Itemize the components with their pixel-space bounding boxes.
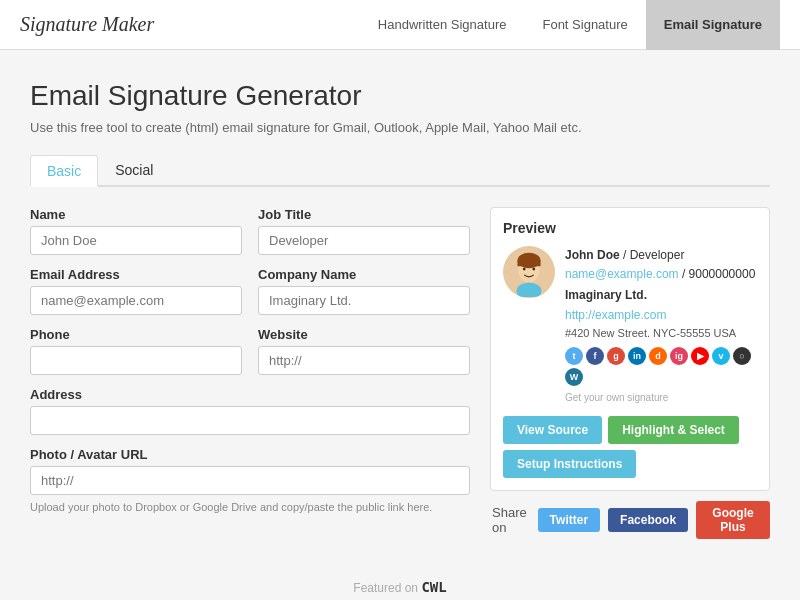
preview-content: John Doe / Developer name@example.com / … [503,246,757,406]
social-icon-wordpress[interactable]: W [565,368,583,386]
main-content: Email Signature Generator Use this free … [0,50,800,559]
content-row: Name Job Title Email Address Company Nam… [30,207,770,539]
tab-basic[interactable]: Basic [30,155,98,187]
photo-input[interactable] [30,466,470,495]
setup-instructions-button[interactable]: Setup Instructions [503,450,636,478]
main-nav: Handwritten Signature Font Signature Ema… [360,0,780,50]
field-jobtitle: Job Title [258,207,470,255]
social-icon-google[interactable]: g [607,347,625,365]
name-label: Name [30,207,242,222]
preview-website-link[interactable]: http://example.com [565,308,666,322]
share-facebook-button[interactable]: Facebook [608,508,688,532]
social-icon-instagram[interactable]: ig [670,347,688,365]
page-subtitle: Use this free tool to create (html) emai… [30,120,770,135]
email-input[interactable] [30,286,242,315]
field-website: Website [258,327,470,375]
preview-avatar [503,246,555,298]
preview-address: #420 New Street. NYC-55555 USA [565,325,757,343]
field-email: Email Address [30,267,242,315]
nav-email[interactable]: Email Signature [646,0,780,50]
header: Signature Maker Handwritten Signature Fo… [0,0,800,50]
tabs: Basic Social [30,155,770,187]
preview-watermark: Get your own signature [565,390,757,406]
preview-title: Preview [503,220,757,236]
photo-hint: Upload your photo to Dropbox or Google D… [30,501,470,513]
avatar-svg [504,247,554,297]
preview-box: Preview [490,207,770,491]
field-company: Company Name [258,267,470,315]
social-icon-youtube[interactable]: ▶ [691,347,709,365]
form-grid: Name Job Title Email Address Company Nam… [30,207,470,513]
company-label: Company Name [258,267,470,282]
highlight-select-button[interactable]: Highlight & Select [608,416,739,444]
page-title: Email Signature Generator [30,80,770,112]
tab-social[interactable]: Social [98,155,170,185]
jobtitle-label: Job Title [258,207,470,222]
logo: Signature Maker [20,13,154,36]
address-input[interactable] [30,406,470,435]
website-input[interactable] [258,346,470,375]
view-source-button[interactable]: View Source [503,416,602,444]
social-icon-vimeo[interactable]: v [712,347,730,365]
footer: Featured on CWL [0,559,800,600]
email-label: Email Address [30,267,242,282]
preview-company: Imaginary Ltd. [565,286,757,305]
preview-separator: / [623,248,630,262]
footer-text: Featured on [353,581,418,595]
footer-brand: CWL [421,579,446,595]
social-icon-facebook[interactable]: f [586,347,604,365]
preview-phone-sep: / [682,267,689,281]
field-name: Name [30,207,242,255]
preview-social-icons: t f g in d ig ▶ v ○ W [565,347,757,386]
preview-email-link[interactable]: name@example.com [565,267,679,281]
preview-section: Preview [490,207,770,539]
photo-label: Photo / Avatar URL [30,447,470,462]
nav-font[interactable]: Font Signature [524,0,645,50]
preview-info: John Doe / Developer name@example.com / … [565,246,757,406]
svg-rect-3 [517,260,540,266]
company-input[interactable] [258,286,470,315]
preview-buttons: View Source Highlight & Select Setup Ins… [503,416,757,478]
website-label: Website [258,327,470,342]
social-icon-twitter[interactable]: t [565,347,583,365]
address-label: Address [30,387,470,402]
form-section: Name Job Title Email Address Company Nam… [30,207,470,539]
preview-jobtitle: Developer [630,248,685,262]
share-twitter-button[interactable]: Twitter [538,508,600,532]
share-section: Share on Twitter Facebook Google Plus [490,501,770,539]
preview-fullname: John Doe [565,248,620,262]
phone-input[interactable] [30,346,242,375]
svg-point-5 [532,268,535,271]
svg-point-4 [523,268,526,271]
field-address: Address [30,387,470,435]
social-icon-linkedin[interactable]: in [628,347,646,365]
phone-label: Phone [30,327,242,342]
field-phone: Phone [30,327,242,375]
preview-phone: 9000000000 [689,267,756,281]
field-photo: Photo / Avatar URL Upload your photo to … [30,447,470,513]
nav-handwritten[interactable]: Handwritten Signature [360,0,525,50]
social-icon-github[interactable]: ○ [733,347,751,365]
name-input[interactable] [30,226,242,255]
social-icon-dribbble[interactable]: d [649,347,667,365]
share-google-button[interactable]: Google Plus [696,501,770,539]
share-label: Share on [492,505,530,535]
jobtitle-input[interactable] [258,226,470,255]
